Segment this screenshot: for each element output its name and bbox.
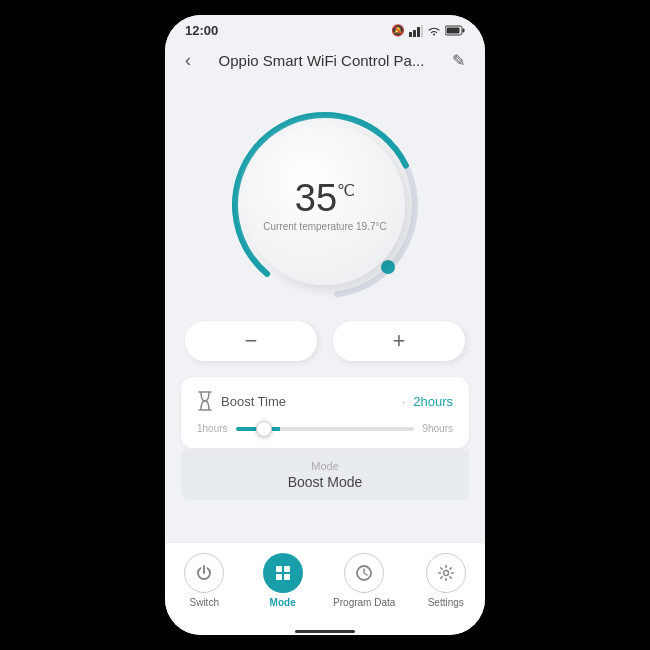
nav-item-switch[interactable]: Switch — [176, 553, 232, 608]
switch-label: Switch — [189, 597, 218, 608]
switch-icon-circle — [184, 553, 224, 593]
boost-title: Boost Time — [221, 394, 394, 409]
settings-label: Settings — [428, 597, 464, 608]
plus-icon: + — [393, 330, 406, 352]
mode-value: Boost Mode — [191, 474, 459, 490]
mode-label: Mode — [191, 460, 459, 472]
grid-icon — [273, 563, 293, 583]
boost-card: Boost Time · 2hours 1hours 9hours — [181, 377, 469, 448]
clock-icon — [355, 564, 373, 582]
home-indicator — [165, 622, 485, 635]
thermostat-control[interactable]: 35 ℃ Current temperature 19.7°C — [225, 105, 425, 305]
edit-button[interactable]: ✎ — [448, 47, 469, 74]
boost-time-slider[interactable] — [236, 427, 415, 431]
svg-point-9 — [381, 260, 395, 274]
mode-section: Mode Boost Mode — [181, 450, 469, 500]
phone-frame: 12:00 🔕 — [165, 15, 485, 635]
svg-rect-2 — [417, 27, 420, 37]
temperature-display: 35 ℃ — [295, 179, 355, 217]
minus-icon: − — [245, 330, 258, 352]
svg-rect-1 — [413, 30, 416, 37]
nav-item-program[interactable]: Program Data — [333, 553, 395, 608]
status-bar: 12:00 🔕 — [165, 15, 485, 42]
thermostat-display: 35 ℃ Current temperature 19.7°C — [245, 125, 405, 285]
slider-min-label: 1hours — [197, 423, 228, 434]
power-icon — [195, 564, 213, 582]
signal-icon — [409, 25, 423, 37]
svg-rect-6 — [447, 28, 460, 34]
mode-nav-label: Mode — [270, 597, 296, 608]
gear-icon — [437, 564, 455, 582]
boost-value: 2hours — [413, 394, 453, 409]
status-icons: 🔕 — [391, 24, 465, 37]
svg-point-15 — [443, 571, 448, 576]
bottom-navigation: Switch Mode Program Data — [165, 542, 485, 622]
svg-rect-12 — [276, 574, 282, 580]
nav-item-settings[interactable]: Settings — [418, 553, 474, 608]
boost-header: Boost Time · 2hours — [197, 391, 453, 411]
svg-rect-5 — [463, 29, 465, 33]
current-temperature: Current temperature 19.7°C — [263, 221, 387, 232]
back-button[interactable]: ‹ — [181, 46, 195, 75]
boost-slider-row: 1hours 9hours — [197, 423, 453, 434]
program-label: Program Data — [333, 597, 395, 608]
settings-icon-circle — [426, 553, 466, 593]
svg-rect-10 — [276, 566, 282, 572]
temperature-unit: ℃ — [337, 183, 355, 199]
set-temperature: 35 — [295, 179, 337, 217]
header: ‹ Oppio Smart WiFi Control Pa... ✎ — [165, 42, 485, 85]
temperature-controls: − + — [185, 321, 465, 361]
status-time: 12:00 — [185, 23, 218, 38]
increase-button[interactable]: + — [333, 321, 465, 361]
hourglass-icon — [197, 391, 213, 411]
program-icon-circle — [344, 553, 384, 593]
nav-item-mode[interactable]: Mode — [255, 553, 311, 608]
main-content: 35 ℃ Current temperature 19.7°C − + — [165, 85, 485, 542]
home-indicator-bar — [295, 630, 355, 633]
boost-separator: · — [402, 394, 406, 409]
svg-rect-11 — [284, 566, 290, 572]
battery-icon — [445, 25, 465, 36]
decrease-button[interactable]: − — [185, 321, 317, 361]
svg-rect-13 — [284, 574, 290, 580]
page-title: Oppio Smart WiFi Control Pa... — [195, 52, 448, 69]
svg-rect-0 — [409, 32, 412, 37]
mute-icon: 🔕 — [391, 24, 405, 37]
svg-rect-3 — [421, 25, 423, 37]
mode-icon-circle — [263, 553, 303, 593]
wifi-icon — [427, 26, 441, 36]
slider-max-label: 9hours — [422, 423, 453, 434]
